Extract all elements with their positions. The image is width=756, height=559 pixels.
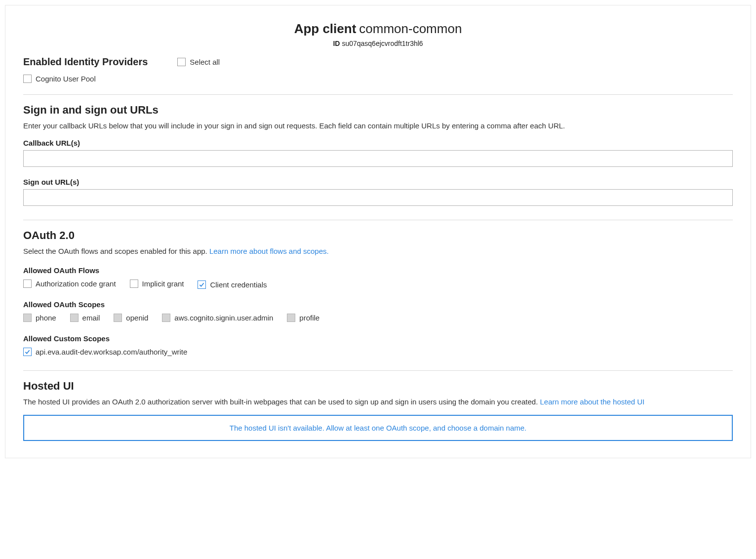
flow-authorization-code-grant-checkbox[interactable]: Authorization code grant [23,280,116,288]
id-value: su07qasq6ejcvrodft1tr3hl6 [342,40,423,47]
checkbox-label: Implicit grant [142,280,184,288]
scope-phone-checkbox: phone [23,314,56,322]
app-client-settings-card: App clientcommon-common IDsu07qasq6ejcvr… [5,5,751,458]
custom-scope-authority-write-checkbox[interactable]: api.eva.audit-dev.worksap.com/authority_… [23,348,187,356]
checkbox-label: Client credentials [210,280,267,289]
oauth-flows-label: Allowed OAuth Flows [23,266,733,275]
page-title: App clientcommon-common [23,21,733,37]
checkbox-label: aws.cognito.signin.user.admin [174,314,273,322]
idp-item-label: Cognito User Pool [36,75,96,83]
idp-heading: Enabled Identity Providers [23,56,148,68]
checkbox-label: api.eva.audit-dev.worksap.com/authority_… [36,348,187,356]
divider [23,220,733,220]
checkbox-icon [177,58,186,66]
oauth-heading: OAuth 2.0 [23,229,733,242]
select-all-checkbox[interactable]: Select all [177,58,220,66]
client-name: common-common [359,21,462,36]
oauth-learn-link[interactable]: Learn more about flows and scopes. [209,247,329,255]
flow-client-credentials-checkbox[interactable]: Client credentials [198,280,267,289]
callback-urls-input[interactable] [23,150,733,167]
oauth-description: Select the OAuth flows and scopes enable… [23,247,733,255]
signout-urls-label: Sign out URL(s) [23,178,733,186]
idp-cognito-user-pool-checkbox[interactable]: Cognito User Pool [23,75,96,83]
checkbox-icon [23,314,32,322]
checkbox-icon [70,314,79,322]
checkbox-icon [162,314,170,322]
urls-description: Enter your callback URLs below that you … [23,121,733,130]
checkbox-label: phone [36,314,56,322]
urls-heading: Sign in and sign out URLs [23,104,733,117]
checkbox-label: openid [126,314,148,322]
select-all-label: Select all [190,58,220,66]
scope-openid-checkbox: openid [114,314,148,322]
title-prefix: App client [294,21,357,36]
checkbox-icon [114,314,122,322]
scope-aws-cognito-signin-user-admin-checkbox: aws.cognito.signin.user.admin [162,314,273,322]
custom-scopes-label: Allowed Custom Scopes [23,334,733,343]
scope-email-checkbox: email [70,314,100,322]
callback-urls-label: Callback URL(s) [23,139,733,147]
flow-implicit-grant-checkbox[interactable]: Implicit grant [130,280,184,288]
hosted-ui-description: The hosted UI provides an OAuth 2.0 auth… [23,398,733,406]
divider [23,94,733,95]
hosted-ui-learn-link[interactable]: Learn more about the hosted UI [540,398,644,406]
checkbox-icon [287,314,295,322]
oauth-scopes-label: Allowed OAuth Scopes [23,300,733,309]
checkbox-icon [130,280,138,288]
hosted-ui-heading: Hosted UI [23,380,733,393]
checkbox-icon [198,280,206,289]
hosted-ui-unavailable-banner: The hosted UI isn't available. Allow at … [23,415,733,441]
checkbox-label: profile [299,314,319,322]
id-label: ID [333,40,340,47]
signout-urls-input[interactable] [23,189,733,206]
checkbox-icon [23,75,32,83]
checkbox-icon [23,280,32,288]
checkbox-label: email [82,314,100,322]
checkbox-icon [23,348,32,356]
scope-profile-checkbox: profile [287,314,319,322]
checkbox-label: Authorization code grant [36,280,116,288]
client-id-row: IDsu07qasq6ejcvrodft1tr3hl6 [23,40,733,47]
divider [23,370,733,371]
